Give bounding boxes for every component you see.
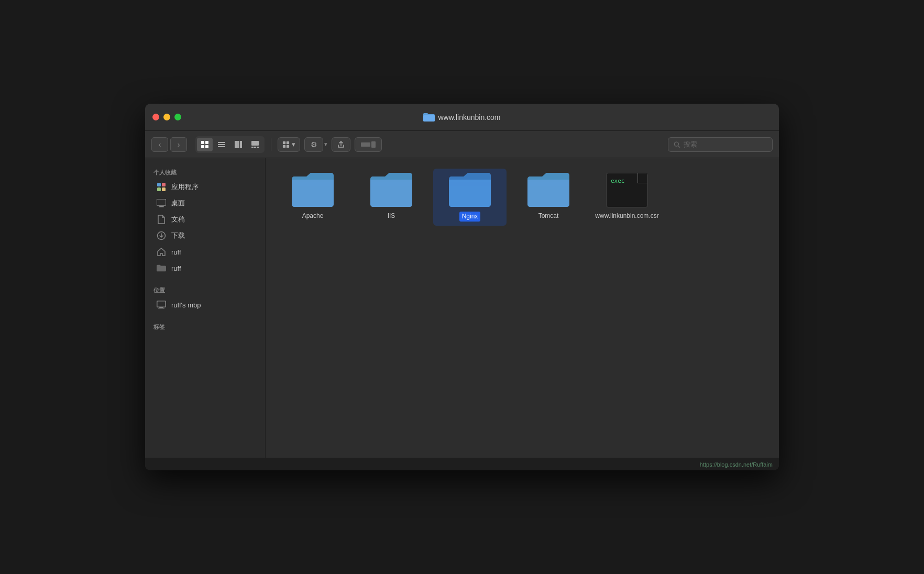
window-folder-icon [423,113,435,122]
sidebar: 个人收藏 应用程序 [145,158,266,458]
preview-button[interactable] [355,137,382,152]
columns-icon [234,140,243,149]
sidebar-item-ruff-home-label: ruff [171,248,181,256]
gallery-view-button[interactable] [247,138,263,151]
svg-rect-5 [218,144,225,145]
sidebar-item-applications[interactable]: 应用程序 [148,179,262,195]
file-item-nginx[interactable]: Nginx [433,169,507,226]
finder-window: www.linkunbin.com ‹ › [145,104,779,470]
column-view-button[interactable] [230,138,246,151]
svg-rect-22 [162,183,166,186]
gear-icon: ⚙ [311,140,317,149]
sidebar-locations-label: 位置 [145,282,265,296]
monitor-icon [157,300,166,310]
svg-rect-12 [254,147,256,148]
folder-icon-sidebar [157,263,166,273]
list-icon [217,140,226,149]
svg-rect-14 [283,141,285,144]
icon-view-button[interactable] [197,138,213,151]
share-button[interactable] [332,137,350,152]
fullscreen-button[interactable] [174,114,181,120]
svg-rect-3 [205,145,208,148]
svg-rect-29 [157,301,166,307]
sidebar-item-ruff-folder[interactable]: ruff [148,260,262,276]
sidebar-item-downloads[interactable]: 下载 [148,228,262,244]
svg-rect-16 [283,145,285,147]
separator-1 [271,138,271,151]
svg-rect-25 [157,199,166,205]
svg-rect-17 [287,145,289,147]
tomcat-folder-icon [527,173,569,207]
csr-file-icon: exec [606,173,648,207]
svg-rect-23 [157,187,161,191]
svg-rect-24 [162,187,166,191]
settings-button[interactable]: ⚙ [304,137,323,152]
nav-buttons: ‹ › [151,137,187,152]
sidebar-item-applications-label: 应用程序 [171,182,199,192]
svg-point-20 [674,142,678,146]
csr-exec-text: exec [611,178,625,184]
main-area: 个人收藏 应用程序 [145,158,779,458]
svg-rect-8 [237,141,239,148]
group-icon [282,141,290,148]
file-item-csr[interactable]: exec www.linkunbin.com.csr [590,169,664,226]
list-view-button[interactable] [214,138,229,151]
url-bar: https://blog.csdn.net/Ruffaim [145,458,779,470]
file-item-tomcat[interactable]: Tomcat [512,169,585,226]
home-icon [157,247,166,257]
gallery-icon [251,140,259,149]
nginx-label: Nginx [459,212,481,222]
url-text: https://blog.csdn.net/Ruffaim [700,461,773,468]
sidebar-tags-label: 标签 [145,319,265,333]
view-buttons [195,136,265,153]
sidebar-item-ruffs-mbp[interactable]: ruff's mbp [148,297,262,313]
sidebar-item-documents-label: 文稿 [171,215,185,224]
svg-rect-2 [201,145,204,148]
back-button[interactable]: ‹ [151,137,168,152]
sidebar-item-desktop[interactable]: 桌面 [148,195,262,211]
svg-rect-13 [257,147,259,148]
share-icon [337,141,345,148]
file-item-iis[interactable]: IIS [355,169,428,226]
iis-folder-icon [370,173,412,207]
svg-rect-21 [157,183,161,186]
preview-icon [361,141,376,148]
sidebar-item-documents[interactable]: 文稿 [148,212,262,227]
sidebar-item-ruff-folder-label: ruff [171,264,181,272]
search-box[interactable] [668,137,773,152]
settings-chevron: ▾ [324,141,327,148]
sidebar-item-desktop-label: 桌面 [171,198,185,208]
toolbar: ‹ › [145,131,779,158]
iis-label: IIS [388,212,395,220]
svg-rect-9 [240,141,242,148]
file-item-apache[interactable]: Apache [276,169,349,226]
svg-rect-11 [251,147,254,148]
titlebar: www.linkunbin.com [145,104,779,131]
svg-rect-27 [159,206,164,207]
group-view-button[interactable]: ▾ [278,137,300,152]
file-browser: Apache IIS Nginx [266,158,779,458]
sidebar-item-ruff-home[interactable]: ruff [148,244,262,260]
svg-rect-6 [218,146,225,147]
tomcat-label: Tomcat [538,212,559,220]
svg-rect-4 [218,142,225,143]
sidebar-item-downloads-label: 下载 [171,231,185,240]
svg-rect-1 [205,141,208,144]
minimize-button[interactable] [163,114,170,120]
svg-rect-15 [287,141,289,144]
svg-rect-18 [361,142,370,147]
traffic-lights [145,114,181,120]
sidebar-item-ruffs-mbp-label: ruff's mbp [171,301,201,309]
svg-rect-7 [235,141,237,148]
svg-rect-19 [371,141,376,148]
close-button[interactable] [152,114,159,120]
svg-rect-10 [251,141,259,146]
apache-label: Apache [302,212,324,220]
titlebar-center: www.linkunbin.com [145,113,779,122]
csr-label: www.linkunbin.com.csr [595,212,658,220]
forward-button[interactable]: › [170,137,187,152]
downloads-icon [157,231,166,240]
svg-rect-31 [158,308,164,308]
search-input[interactable] [684,140,767,148]
svg-rect-0 [201,141,204,144]
